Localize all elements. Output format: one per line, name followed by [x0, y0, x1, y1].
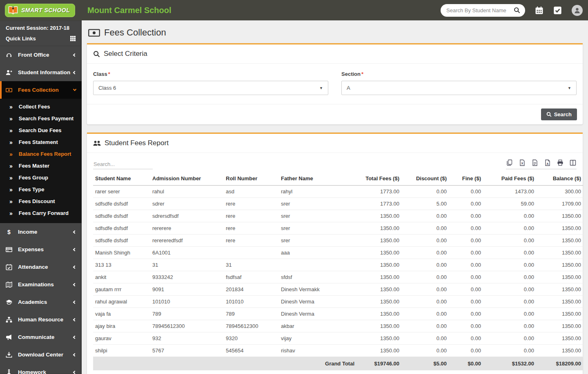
cell-balance: 1350.00 — [536, 235, 583, 247]
quick-links-grid-icon[interactable] — [70, 35, 76, 42]
cell-roll-number: rere — [224, 210, 279, 222]
cell-student-name: ankit — [93, 271, 150, 283]
cell-total-fees: 1350.00 — [356, 332, 401, 345]
cell-admission-number: rahul — [150, 186, 224, 198]
sidebar-item-download-center[interactable]: Download Center — [0, 346, 82, 363]
columns-icon[interactable] — [570, 159, 576, 166]
search-button[interactable]: Search — [541, 108, 577, 120]
sidebar-subitem-fees-statement[interactable]: »Fees Statement — [0, 136, 82, 148]
sidebar-item-academics[interactable]: Academics — [0, 293, 82, 311]
csv-icon[interactable] — [532, 159, 538, 166]
app-logo[interactable]: SMART SCHOOL — [0, 0, 82, 20]
table-row: sdfsdfe dsfsdfrerererereresrer1350.000.0… — [93, 222, 583, 235]
sidebar-subitem-search-due-fees[interactable]: »Search Due Fees — [0, 124, 82, 136]
sidebar-subitem-fees-master[interactable]: »Fees Master — [0, 160, 82, 172]
cell-discount: 0.00 — [401, 186, 449, 198]
cell-paid-fees: 0.00 — [483, 345, 536, 357]
column-header-student-name[interactable]: Student Name — [93, 172, 150, 186]
cell-paid-fees: 0.00 — [483, 283, 536, 296]
column-header-paid-fees[interactable]: Paid Fees ($) — [483, 172, 536, 186]
sidebar-subitem-fees-type[interactable]: »Fees Type — [0, 184, 82, 195]
class-select[interactable]: Class 6 ▼ — [93, 81, 328, 95]
sidebar-item-front-office[interactable]: Front Office — [0, 46, 82, 64]
pdf-icon[interactable]: A — [544, 159, 551, 166]
logo-text: SMART SCHOOL — [21, 7, 70, 13]
sitemap-icon — [6, 316, 13, 323]
excel-icon[interactable]: X — [519, 159, 526, 166]
table-search-input[interactable] — [93, 159, 153, 169]
cell-father-name: srer — [279, 198, 356, 210]
sidebar-subitem-label: Collect Fees — [19, 104, 50, 110]
cell-father-name: Dinesh Verma — [279, 296, 356, 308]
cell-roll-number: fsdfsaf — [224, 271, 279, 283]
table-row: rarer sererrahulasdrahyl1773.000.000.001… — [93, 186, 583, 198]
section-select[interactable]: A ▼ — [341, 81, 577, 95]
cell-father-name: Dinesh Vermakk — [279, 283, 356, 296]
sidebar-subitem-fees-group[interactable]: »Fees Group — [0, 172, 82, 184]
chevron-left-icon — [73, 248, 76, 251]
sidebar-item-student-information[interactable]: Student Information — [0, 64, 82, 81]
chevron-left-icon — [73, 353, 76, 356]
check-square-icon[interactable] — [553, 6, 562, 15]
user-avatar[interactable] — [572, 5, 583, 16]
sidebar-item-homework[interactable]: Homework — [0, 363, 82, 374]
search-icon — [546, 112, 552, 117]
grand-total-fine: $0.00 — [449, 357, 483, 371]
sidebar-subitem-collect-fees[interactable]: »Collect Fees — [0, 101, 82, 113]
sidebar-item-label: Attendance — [18, 264, 48, 270]
cell-admission-number: 9333242 — [150, 271, 224, 283]
sidebar-item-fees-collection[interactable]: Fees Collection — [0, 81, 82, 99]
student-search-input[interactable] — [445, 7, 511, 14]
cell-total-fees: 1773.00 — [356, 198, 401, 210]
sidebar: Current Session: 2017-18 Quick Links Fro… — [0, 20, 82, 374]
double-angle-icon: » — [9, 187, 13, 193]
student-search-box[interactable] — [441, 4, 525, 17]
sidebar-item-examinations[interactable]: Examinations — [0, 276, 82, 293]
column-header-roll-number[interactable]: Roll Number — [224, 172, 279, 186]
credit-card-icon — [6, 246, 13, 253]
sidebar-item-expenses[interactable]: Expenses — [0, 241, 82, 258]
column-header-discount[interactable]: Discount ($) — [401, 172, 449, 186]
copy-icon[interactable] — [506, 159, 513, 166]
cell-student-name: vaja fa — [93, 308, 150, 320]
cell-fine: 0.00 — [449, 186, 483, 198]
cell-father-name: akbar — [279, 320, 356, 332]
sidebar-subitem-fees-discount[interactable]: »Fees Discount — [0, 195, 82, 207]
cell-admission-number: sdrersdfsdf — [150, 210, 224, 222]
column-header-admission-number[interactable]: Admission Number — [150, 172, 224, 186]
column-header-balance[interactable]: Balance ($) — [536, 172, 583, 186]
sidebar-item-attendance[interactable]: Attendance — [0, 258, 82, 276]
cell-admission-number: 9091 — [150, 283, 224, 296]
calendar-icon[interactable] — [535, 6, 543, 15]
sidebar-item-human-resource[interactable]: Human Resource — [0, 311, 82, 328]
double-angle-icon: » — [9, 163, 13, 169]
chevron-down-icon: ▼ — [319, 86, 323, 90]
session-block: Current Session: 2017-18 Quick Links — [0, 20, 82, 46]
cell-total-fees: 1350.00 — [356, 283, 401, 296]
sidebar-subitem-label: Fees Statement — [19, 139, 58, 145]
search-icon — [93, 51, 100, 58]
cell-father-name: Dinesh Verma — [279, 308, 356, 320]
cell-student-name: Manish Shingh — [93, 247, 150, 259]
sidebar-item-income[interactable]: $Income — [0, 223, 82, 241]
column-header-father-name[interactable]: Father Name — [279, 172, 356, 186]
cell-fine: 0.00 — [449, 320, 483, 332]
sidebar-item-label: Human Resource — [18, 316, 63, 323]
column-header-fine[interactable]: Fine ($) — [449, 172, 483, 186]
print-icon[interactable] — [557, 159, 564, 166]
sidebar-item-communicate[interactable]: Communicate — [0, 328, 82, 346]
sidebar-subitem-balance-fees-report[interactable]: »Balance Fees Report — [0, 148, 82, 160]
chevron-left-icon — [73, 335, 76, 339]
double-angle-icon: » — [9, 199, 13, 204]
sidebar-subitem-fees-carry-forward[interactable]: »Fees Carry Forward — [0, 207, 82, 219]
cell-roll-number: rere — [224, 235, 279, 247]
cell-paid-fees: 0.00 — [483, 210, 536, 222]
cell-total-fees: 1350.00 — [356, 235, 401, 247]
cell-father-name: aaa — [279, 247, 356, 259]
sidebar-item-label: Income — [18, 229, 37, 235]
sidebar-nav: Front OfficeStudent InformationFees Coll… — [0, 46, 82, 374]
column-header-total-fees[interactable]: Total Fees ($) — [356, 172, 401, 186]
cell-paid-fees: 0.00 — [483, 332, 536, 345]
sidebar-subitem-search-fees-payment[interactable]: »Search Fees Payment — [0, 113, 82, 124]
search-icon[interactable] — [514, 7, 520, 13]
